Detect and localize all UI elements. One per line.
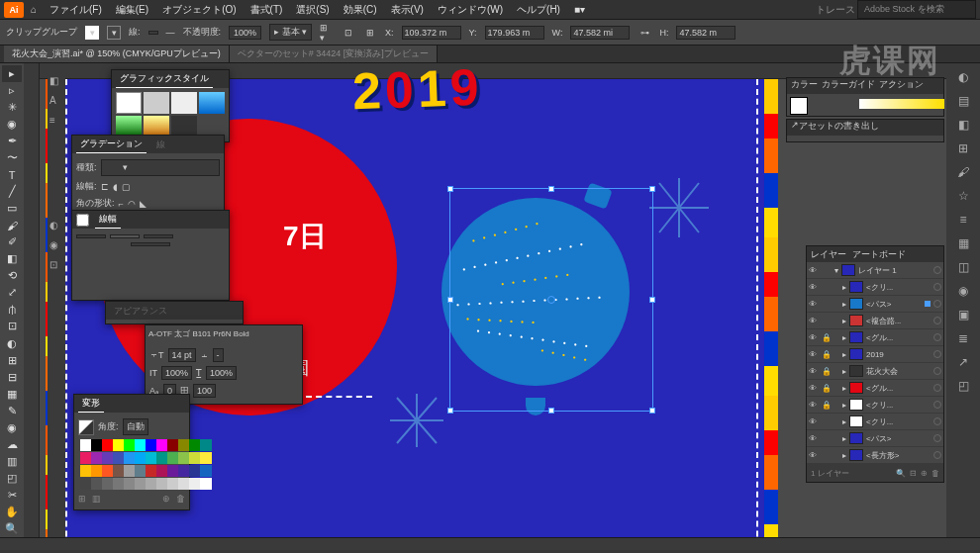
layer-name[interactable]: <グル... (866, 383, 922, 394)
cap-square-icon[interactable]: ▢ (122, 182, 131, 192)
dock-icon[interactable]: ◧ (49, 75, 63, 89)
scale-tool[interactable]: ⤢ (2, 284, 22, 301)
visibility-icon[interactable]: 👁 (809, 317, 819, 325)
pen-tool[interactable]: ✒ (2, 133, 22, 149)
stroke-tab[interactable]: 線 (152, 137, 169, 153)
style-thumb[interactable] (144, 92, 169, 114)
stroke-swatch[interactable]: ▾ (107, 26, 121, 40)
dock-icon[interactable]: ⊡ (49, 259, 63, 273)
cap-round-icon[interactable]: ◖ (113, 182, 118, 192)
dock-layers-icon[interactable]: ≣ (951, 328, 975, 348)
visibility-icon[interactable]: 👁 (809, 283, 819, 292)
w-value[interactable]: 47.582 mi (570, 26, 630, 40)
target-icon[interactable] (933, 283, 941, 291)
perspective-tool[interactable]: ⊞ (2, 352, 22, 369)
font-name[interactable]: A-OTF 太ゴ B101 Pr6N Bold (148, 328, 249, 339)
layer-name[interactable]: <グル... (866, 332, 922, 343)
color-panel[interactable]: カラー カラーガイド アクション (786, 77, 944, 117)
dock-symbols-icon[interactable]: ☆ (951, 186, 975, 206)
dock-appearance-icon[interactable]: ◉ (951, 281, 975, 301)
gradient-panel[interactable]: グラデーション 線 種類: ▾ 線幅:⊏◖▢ 角の形状:⌐◠◣ (71, 135, 225, 217)
color-tab[interactable]: カラー (791, 78, 818, 94)
swatch[interactable] (200, 439, 212, 451)
layer-name[interactable]: 2019 (866, 350, 922, 359)
menu-file[interactable]: ファイル(F) (44, 1, 108, 19)
new-sublayer-icon[interactable]: ⊟ (910, 469, 917, 478)
dock-gradient-icon[interactable]: ▦ (951, 233, 975, 253)
layer-row[interactable]: 👁🔒 ▸花火大会 (807, 363, 943, 380)
new-layer-icon[interactable]: ⊕ (921, 469, 928, 478)
hand-tool[interactable]: ✋ (2, 504, 22, 520)
colorguide-tab[interactable]: カラーガイド (822, 78, 875, 94)
cap-butt-icon[interactable]: ⊏ (101, 182, 109, 192)
layer-name[interactable]: <パス> (866, 433, 922, 444)
lock-icon[interactable]: 🔒 (822, 384, 832, 393)
selection-tool[interactable]: ▸ (2, 65, 22, 82)
visibility-icon[interactable]: 👁 (809, 300, 819, 309)
zoom-tool[interactable]: 🔍 (2, 520, 22, 537)
layer-row[interactable]: 👁 ▸<クリ... (807, 279, 943, 296)
slice-tool[interactable]: ✂ (2, 487, 22, 504)
join-miter-icon[interactable]: ⌐ (119, 199, 124, 209)
rectangle-tool[interactable]: ▭ (2, 200, 22, 217)
lock-icon[interactable]: 🔒 (822, 350, 832, 359)
tab-2[interactable]: ベクターのセット# 34424 [変換済み]プレビュー (230, 46, 438, 62)
target-icon[interactable] (933, 300, 941, 308)
menu-extra[interactable]: ■▾ (568, 2, 591, 17)
swatch[interactable] (200, 478, 212, 490)
layer-name[interactable]: 花火大会 (866, 366, 922, 377)
vscale[interactable]: 100% (161, 366, 192, 380)
dock-transparency-icon[interactable]: ◫ (951, 257, 975, 277)
visibility-icon[interactable]: 👁 (809, 367, 819, 376)
menu-select[interactable]: 選択(S) (290, 1, 335, 19)
dock-artboards-icon[interactable]: ◰ (951, 376, 975, 396)
sw-center[interactable] (131, 242, 170, 246)
h-value[interactable]: 47.582 m (676, 26, 735, 40)
layer-row[interactable]: 👁 ▸<パス> (807, 296, 943, 313)
eyedropper-tool[interactable]: ✎ (2, 403, 22, 419)
action-tab[interactable]: アクション (879, 78, 924, 94)
asset-export-panel[interactable]: ↗アセットの書き出し (786, 119, 944, 142)
lock-icon[interactable]: 🔒 (822, 401, 832, 410)
color-spectrum[interactable] (859, 99, 944, 109)
transform-panel[interactable]: 変形 角度:自動 ⊞▥⊕🗑 (73, 394, 190, 510)
eraser-tool[interactable]: ◧ (2, 250, 22, 267)
opacity-value[interactable]: 100% (229, 26, 261, 40)
layer-name[interactable]: レイヤー 1 (858, 265, 922, 276)
target-icon[interactable] (933, 317, 941, 324)
swatch-lib-icon[interactable]: ▥ (92, 494, 101, 504)
locate-icon[interactable]: 🔍 (896, 469, 906, 478)
dock-color-icon[interactable]: ◧ (951, 115, 975, 135)
visibility-icon[interactable]: 👁 (809, 451, 819, 460)
graph-tool[interactable]: ▥ (2, 453, 22, 470)
blend-tool[interactable]: ◉ (2, 419, 22, 436)
line-tool[interactable]: ╱ (2, 183, 22, 200)
stroke-width-tab[interactable]: 線幅 (95, 211, 121, 229)
target-icon[interactable] (933, 350, 941, 358)
style-thumb[interactable] (116, 92, 142, 114)
menu-object[interactable]: オブジェクト(O) (156, 1, 242, 19)
visibility-icon[interactable]: 👁 (809, 266, 819, 275)
lasso-tool[interactable]: ◉ (2, 116, 22, 133)
layer-name[interactable]: <クリ... (866, 282, 922, 293)
target-icon[interactable] (933, 333, 941, 341)
sw-field-1[interactable] (76, 234, 106, 238)
gradient-tool[interactable]: ▦ (2, 386, 22, 403)
target-icon[interactable] (933, 367, 941, 375)
layer-name[interactable]: <パス> (866, 299, 922, 310)
style-thumb[interactable] (171, 92, 197, 114)
target-icon[interactable] (933, 384, 941, 392)
appearance-panel[interactable]: アピアランス (105, 301, 244, 324)
character-panel[interactable]: A-OTF 太ゴ B101 Pr6N Bold ⫟T14 pt ⫠- IT100… (145, 324, 303, 405)
swatch-delete-icon[interactable]: 🗑 (176, 494, 185, 504)
graphic-styles-panel[interactable]: グラフィックスタイル (111, 69, 230, 142)
layer-row[interactable]: 👁🔒 ▸<グル... (807, 329, 943, 346)
stroke-width-panel[interactable]: 線幅 (71, 210, 230, 301)
target-icon[interactable] (933, 401, 941, 409)
sw-field-3[interactable] (144, 234, 173, 238)
shaper-tool[interactable]: ✐ (2, 233, 22, 250)
free-transform-tool[interactable]: ⊡ (2, 318, 22, 334)
width-tool[interactable]: ⫛ (2, 301, 22, 318)
mesh-tool[interactable]: ⊟ (2, 369, 22, 386)
visibility-icon[interactable]: 👁 (809, 401, 819, 410)
